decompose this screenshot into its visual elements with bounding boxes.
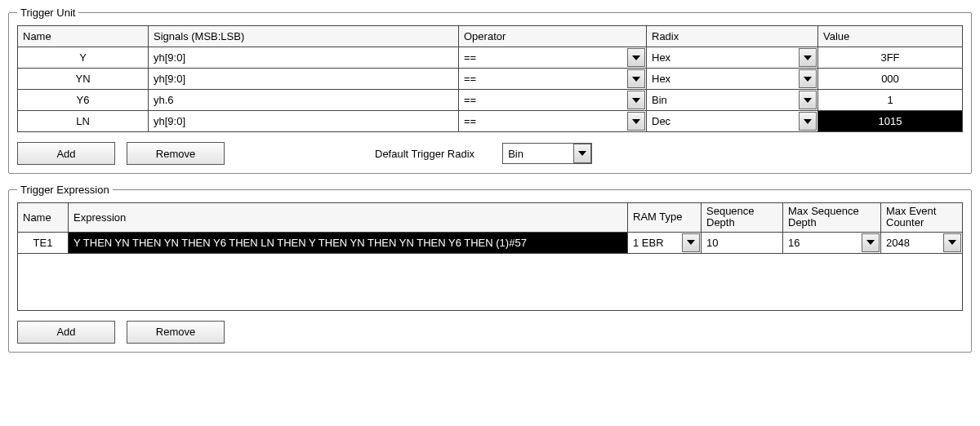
- chevron-down-icon[interactable]: [627, 69, 645, 88]
- te-header-name: Name: [18, 203, 69, 233]
- te-max-event-value: 2048: [886, 237, 910, 249]
- tu-operator-value: ==: [464, 115, 476, 127]
- tu-value-cell[interactable]: 1015: [818, 111, 963, 132]
- tu-operator-value: ==: [464, 51, 476, 64]
- tu-name-cell[interactable]: LN: [18, 111, 149, 132]
- tu-operator-value: ==: [464, 73, 476, 85]
- te-ram-type-value: 1 EBR: [633, 237, 664, 249]
- tu-signals-cell[interactable]: yh[9:0]: [149, 69, 459, 90]
- tu-radix-value: Dec: [652, 115, 670, 127]
- trigger-unit-group: Trigger Unit Name Signals (MSB:LSB) Oper…: [8, 7, 972, 174]
- tu-radix-cell[interactable]: Hex: [647, 69, 818, 90]
- default-trigger-radix-select[interactable]: Bin: [502, 143, 592, 164]
- tu-row: Y yh[9:0] == Hex 3FF: [18, 47, 963, 69]
- trigger-unit-legend: Trigger Unit: [17, 7, 78, 19]
- tu-row: Y6 yh.6 == Bin 1: [18, 90, 963, 111]
- tu-operator-value: ==: [464, 94, 476, 106]
- tu-operator-cell[interactable]: ==: [459, 47, 647, 69]
- te-controls: Add Remove: [17, 321, 963, 344]
- tu-value-cell[interactable]: 3FF: [818, 47, 963, 69]
- tu-header-signals: Signals (MSB:LSB): [149, 26, 459, 47]
- te-header-ram-type: RAM Type: [628, 203, 702, 233]
- te-row: TE1 Y THEN YN THEN YN THEN Y6 THEN LN TH…: [18, 232, 963, 253]
- te-header-max-event: Max Event Counter: [881, 203, 963, 233]
- te-empty-area: [17, 254, 963, 311]
- te-header-max-seq-depth: Max Sequence Depth: [783, 203, 881, 233]
- chevron-down-icon[interactable]: [627, 91, 645, 109]
- tu-value-cell[interactable]: 1: [818, 90, 963, 111]
- trigger-expression-table: Name Expression RAM Type Sequence Depth …: [17, 202, 963, 254]
- tu-radix-value: Hex: [652, 73, 670, 85]
- trigger-expression-group: Trigger Expression Name Expression RAM T…: [8, 184, 972, 353]
- te-seq-depth-cell[interactable]: 10: [702, 232, 783, 253]
- chevron-down-icon[interactable]: [573, 144, 591, 163]
- tu-row: YN yh[9:0] == Hex 000: [18, 69, 963, 90]
- tu-radix-value: Hex: [652, 51, 670, 64]
- tu-header-operator: Operator: [459, 26, 647, 47]
- tu-radix-cell[interactable]: Hex: [647, 47, 818, 69]
- chevron-down-icon[interactable]: [799, 48, 817, 67]
- trigger-unit-table: Name Signals (MSB:LSB) Operator Radix Va…: [17, 25, 963, 132]
- tu-header-name: Name: [18, 26, 149, 47]
- chevron-down-icon[interactable]: [627, 112, 645, 131]
- chevron-down-icon[interactable]: [627, 48, 645, 67]
- tu-radix-value: Bin: [652, 94, 667, 106]
- default-trigger-radix-label: Default Trigger Radix: [375, 148, 474, 160]
- chevron-down-icon[interactable]: [862, 233, 880, 252]
- te-name-cell[interactable]: TE1: [18, 232, 69, 253]
- tu-controls: Add Remove Default Trigger Radix Bin: [17, 142, 963, 165]
- tu-signals-cell[interactable]: yh[9:0]: [149, 111, 459, 132]
- te-expression-cell[interactable]: Y THEN YN THEN YN THEN Y6 THEN LN THEN Y…: [69, 232, 628, 253]
- tu-signals-cell[interactable]: yh[9:0]: [149, 47, 459, 69]
- tu-header-radix: Radix: [647, 26, 818, 47]
- tu-operator-cell[interactable]: ==: [459, 90, 647, 111]
- te-max-event-cell[interactable]: 2048: [881, 232, 963, 253]
- te-max-seq-depth-cell[interactable]: 16: [783, 232, 881, 253]
- tu-operator-cell[interactable]: ==: [459, 111, 647, 132]
- te-header-seq-depth: Sequence Depth: [702, 203, 783, 233]
- tu-name-cell[interactable]: YN: [18, 69, 149, 90]
- tu-row: LN yh[9:0] == Dec 1015: [18, 111, 963, 132]
- remove-button[interactable]: Remove: [127, 142, 225, 165]
- te-max-seq-depth-value: 16: [788, 237, 800, 249]
- chevron-down-icon[interactable]: [799, 69, 817, 88]
- default-trigger-radix-value: Bin: [508, 148, 523, 160]
- add-button[interactable]: Add: [17, 142, 115, 165]
- chevron-down-icon[interactable]: [799, 91, 817, 109]
- tu-name-cell[interactable]: Y: [18, 47, 149, 69]
- te-header-expression: Expression: [69, 203, 628, 233]
- tu-header-value: Value: [818, 26, 963, 47]
- chevron-down-icon[interactable]: [682, 233, 700, 252]
- tu-radix-cell[interactable]: Dec: [647, 111, 818, 132]
- chevron-down-icon[interactable]: [943, 233, 961, 252]
- tu-operator-cell[interactable]: ==: [459, 69, 647, 90]
- tu-radix-cell[interactable]: Bin: [647, 90, 818, 111]
- tu-value-cell[interactable]: 000: [818, 69, 963, 90]
- tu-name-cell[interactable]: Y6: [18, 90, 149, 111]
- chevron-down-icon[interactable]: [799, 112, 817, 131]
- te-ram-type-cell[interactable]: 1 EBR: [628, 232, 702, 253]
- trigger-expression-legend: Trigger Expression: [17, 184, 113, 196]
- remove-button[interactable]: Remove: [127, 321, 225, 344]
- tu-signals-cell[interactable]: yh.6: [149, 90, 459, 111]
- add-button[interactable]: Add: [17, 321, 115, 344]
